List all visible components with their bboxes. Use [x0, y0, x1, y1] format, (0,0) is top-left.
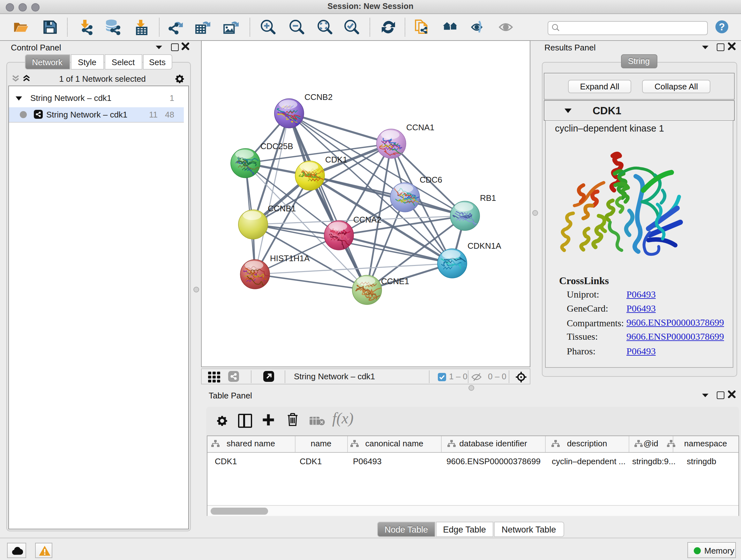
svg-text:CCNA2: CCNA2 — [353, 214, 381, 224]
svg-text:CDK1: CDK1 — [325, 154, 347, 164]
svg-text:CCNA1: CCNA1 — [406, 122, 434, 132]
svg-text:RB1: RB1 — [480, 193, 496, 202]
svg-text:HIST1H1A: HIST1H1A — [270, 253, 310, 263]
svg-text:CCNB2: CCNB2 — [304, 92, 332, 102]
svg-text:CCNB1: CCNB1 — [267, 203, 295, 213]
svg-text:CDC6: CDC6 — [419, 175, 442, 184]
svg-text:CDC25B: CDC25B — [260, 141, 293, 151]
svg-text:CCNE1: CCNE1 — [381, 276, 409, 286]
svg-text:CDKN1A: CDKN1A — [467, 241, 501, 250]
svg-text:?: ? — [719, 21, 725, 33]
